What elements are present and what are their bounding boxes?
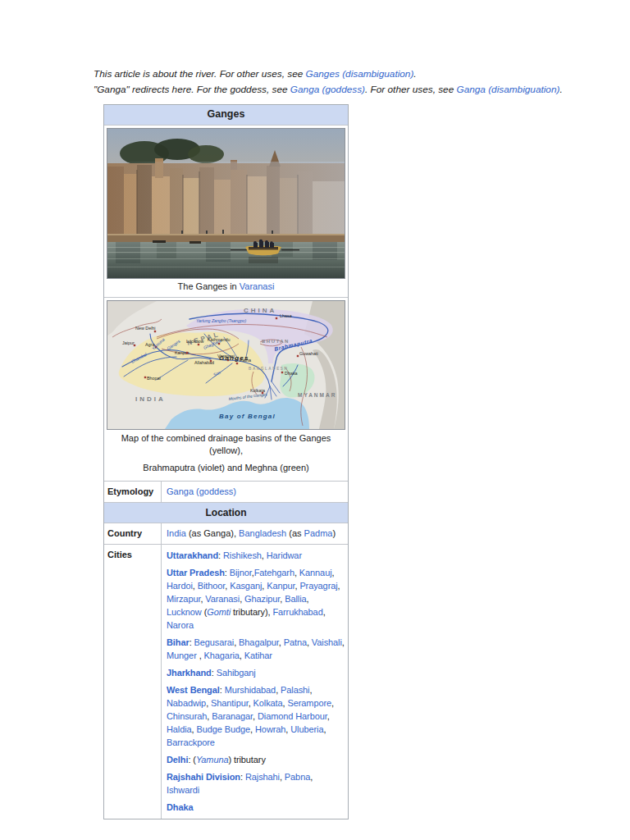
link[interactable]: Nabadwip bbox=[167, 698, 206, 708]
link[interactable]: Varanasi bbox=[240, 281, 275, 291]
link[interactable]: Rishikesh bbox=[223, 550, 262, 560]
link[interactable]: Yamuna bbox=[196, 755, 229, 765]
cities-paragraph: Dhaka bbox=[167, 801, 345, 814]
link[interactable]: Farrukhabad bbox=[272, 607, 322, 617]
photo-ghat-buildings bbox=[107, 150, 345, 244]
link[interactable]: Begusarai bbox=[194, 637, 235, 647]
map-city-dot bbox=[134, 345, 135, 346]
link[interactable]: Bijnor bbox=[230, 568, 252, 578]
link[interactable]: Vaishali bbox=[312, 637, 342, 647]
text-run: ) bbox=[332, 528, 336, 538]
link[interactable]: Budge Budge bbox=[197, 724, 251, 734]
photo-caption: The Ganges in Varanasi bbox=[107, 279, 345, 295]
cities-paragraph: Jharkhand: Sahibganj bbox=[167, 666, 345, 679]
ganges-varanasi-photo[interactable] bbox=[107, 128, 345, 279]
text-run: . For other uses, see bbox=[365, 84, 456, 95]
map-caption-line2: Brahmaputra (violet) and Meghna (green) bbox=[107, 462, 345, 479]
link[interactable]: Kasganj bbox=[230, 581, 262, 591]
text-run: "Ganga" redirects here. For the goddess,… bbox=[94, 84, 290, 95]
link[interactable]: Pabna bbox=[285, 772, 310, 782]
link[interactable]: India bbox=[167, 528, 186, 538]
text-run: . bbox=[413, 68, 416, 80]
infobox-title: Ganges bbox=[104, 105, 348, 125]
text-run: Dhaka bbox=[167, 802, 194, 812]
map-label: Dhaka bbox=[285, 371, 298, 376]
link[interactable]: Haridwar bbox=[267, 550, 302, 560]
etymology-value: Ganga (goddess) bbox=[162, 482, 348, 502]
text-run: , bbox=[197, 651, 204, 660]
link[interactable]: Ishwardi bbox=[167, 785, 199, 795]
link[interactable]: Rajshahi bbox=[245, 772, 280, 782]
link[interactable]: Kolkata bbox=[253, 698, 283, 708]
link[interactable]: Ganga (disambiguation) bbox=[456, 84, 559, 95]
link[interactable]: Kanpur bbox=[267, 581, 294, 591]
map-city-dot bbox=[154, 331, 156, 332]
link[interactable]: Bhagalpur bbox=[239, 637, 279, 647]
map-label: Yarlung Zangbo (Tsangpo) bbox=[196, 318, 246, 323]
link[interactable]: Narora bbox=[167, 620, 194, 630]
country-value: India (as Ganga), Bangladesh (as Padma) bbox=[162, 523, 348, 544]
link[interactable]: Chinsurah bbox=[167, 711, 207, 721]
link[interactable]: Haldia bbox=[167, 724, 192, 734]
link[interactable]: Lucknow bbox=[167, 607, 202, 617]
link[interactable]: Bangladesh bbox=[239, 528, 286, 538]
map-label: Jaipur bbox=[122, 340, 135, 345]
link[interactable]: Padma bbox=[304, 528, 333, 538]
link[interactable]: Khagaria bbox=[204, 651, 240, 660]
link[interactable]: Baranagar bbox=[212, 711, 253, 721]
link[interactable]: Prayagraj bbox=[299, 581, 337, 591]
map-city-dot bbox=[210, 360, 212, 362]
link[interactable]: Patna bbox=[284, 637, 307, 647]
link[interactable]: Munger bbox=[167, 651, 197, 660]
link[interactable]: Ganges (disambiguation) bbox=[306, 68, 414, 80]
map-label: INDIA bbox=[135, 395, 166, 403]
drainage-basin-map[interactable]: CHINALhasaYarlung Zangbo (Tsangpo)NEPALB… bbox=[107, 300, 345, 430]
map-city-dot bbox=[198, 344, 199, 345]
etymology-row: Etymology Ganga (goddess) bbox=[104, 481, 348, 502]
cities-paragraph: Uttarakhand: Rishikesh, Haridwar bbox=[167, 549, 345, 562]
map-label: MYANMAR bbox=[298, 392, 336, 398]
cities-value: Uttarakhand: Rishikesh, HaridwarUttar Pr… bbox=[162, 545, 348, 819]
hatnote-ganga-redirect: "Ganga" redirects here. For the goddess,… bbox=[94, 84, 563, 95]
cities-row: Cities Uttarakhand: Rishikesh, HaridwarU… bbox=[104, 544, 348, 819]
text-run: , bbox=[327, 711, 330, 721]
country-row: Country India (as Ganga), Bangladesh (as… bbox=[104, 523, 348, 544]
infobox-ganges: Ganges bbox=[103, 104, 349, 819]
link[interactable]: Mirzapur bbox=[167, 594, 200, 604]
link[interactable]: Varanasi bbox=[205, 594, 240, 604]
map-city-dot bbox=[236, 363, 238, 364]
link[interactable]: Fatehgarh bbox=[254, 568, 294, 578]
cities-paragraph: Delhi: (Yamuna) tributary bbox=[167, 753, 345, 766]
link[interactable]: Shantipur bbox=[211, 698, 249, 708]
link[interactable]: Ganga (goddess) bbox=[290, 84, 365, 95]
link[interactable]: Katihar bbox=[244, 651, 272, 660]
text-run: Delhi bbox=[167, 755, 188, 765]
link[interactable]: Barrackpore bbox=[167, 737, 215, 747]
link[interactable]: Ballia bbox=[285, 594, 306, 604]
link[interactable]: Uluberia bbox=[290, 724, 323, 734]
map-label: Ganges bbox=[219, 354, 249, 362]
link[interactable]: Kannauj bbox=[299, 568, 332, 578]
text-run: , bbox=[323, 724, 326, 734]
link[interactable]: Sahibganj bbox=[217, 668, 256, 678]
link[interactable]: Bithoor bbox=[198, 581, 226, 591]
link[interactable]: Ghazipur bbox=[244, 594, 280, 604]
link[interactable]: Palashi bbox=[281, 685, 309, 695]
link[interactable]: Diamond Harbour bbox=[258, 711, 327, 721]
link[interactable]: Murshidabad bbox=[225, 685, 276, 695]
cities-paragraph: West Bengal: Murshidabad, Palashi, Nabad… bbox=[167, 683, 345, 749]
link[interactable]: Howrah bbox=[255, 724, 285, 734]
text-run: (as Ganga), bbox=[186, 528, 239, 538]
text-run: The Ganges in bbox=[178, 281, 240, 291]
link[interactable]: Ganga (goddess) bbox=[167, 486, 236, 496]
map-city-dot bbox=[276, 317, 277, 319]
link[interactable]: Serampore bbox=[287, 698, 331, 708]
text-run: , bbox=[309, 685, 312, 695]
photo-cell: The Ganges in Varanasi bbox=[104, 125, 348, 297]
link[interactable]: Hardoi bbox=[167, 581, 193, 591]
map-city-dot bbox=[186, 352, 188, 354]
cities-paragraph: Bihar: Begusarai, Bhagalpur, Patna, Vais… bbox=[167, 636, 345, 662]
text-run: , bbox=[323, 607, 326, 617]
link[interactable]: Gomti bbox=[207, 607, 231, 617]
text-run: (as bbox=[286, 528, 304, 538]
